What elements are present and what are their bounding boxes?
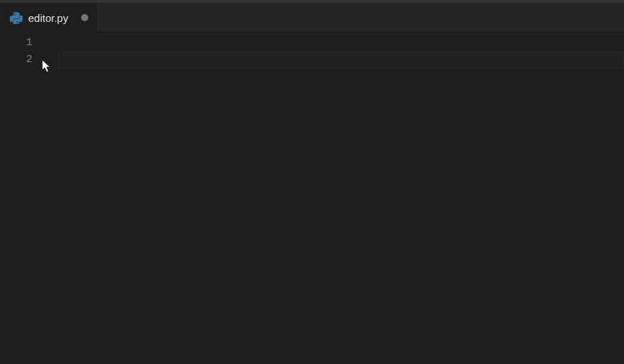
- tabs-empty-area[interactable]: [97, 3, 624, 32]
- tabs-bar: editor.py: [0, 3, 624, 32]
- line-number[interactable]: 2: [0, 51, 48, 68]
- code-line[interactable]: [48, 35, 624, 51]
- line-number[interactable]: 1: [0, 35, 48, 51]
- code-line[interactable]: [48, 51, 624, 68]
- tab-editor-py[interactable]: editor.py: [0, 3, 97, 32]
- code-content[interactable]: [48, 32, 624, 364]
- current-line-highlight: [58, 51, 624, 68]
- python-file-icon: [10, 11, 23, 24]
- unsaved-indicator-icon[interactable]: [81, 14, 88, 21]
- editor-area[interactable]: 1 2: [0, 32, 624, 364]
- line-number-gutter: 1 2: [0, 32, 48, 364]
- tab-label: editor.py: [28, 12, 68, 24]
